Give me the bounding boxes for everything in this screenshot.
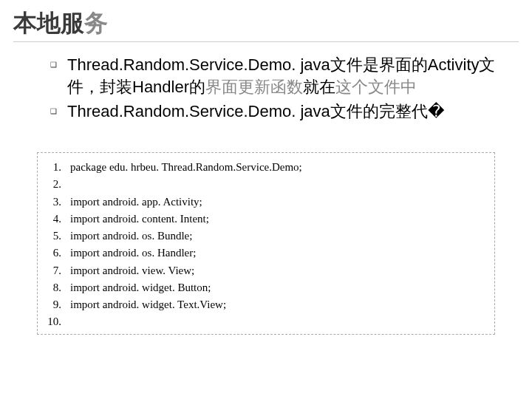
- code-text: import android. widget. Text.View;: [70, 296, 226, 313]
- code-line: 3.import android. app. Activity;: [45, 194, 487, 211]
- title-gray: 务: [84, 10, 108, 36]
- code-line: 10.: [45, 313, 487, 330]
- line-number: 3.: [45, 194, 61, 211]
- line-number: 7.: [45, 262, 61, 279]
- line-number: 1.: [45, 159, 61, 176]
- code-text: import android. view. View;: [70, 262, 194, 279]
- code-text: import android. os. Handler;: [70, 245, 196, 262]
- bullet-item: ❑Thread.Random.Service.Demo. java文件的完整代�: [50, 100, 519, 123]
- code-text: import android. os. Bundle;: [70, 228, 192, 245]
- line-number: 10.: [45, 313, 61, 330]
- code-line: 9.import android. widget. Text.View;: [45, 296, 487, 313]
- line-number: 2.: [45, 176, 61, 193]
- bullet-marker: ❑: [50, 107, 57, 115]
- code-line: 5.import android. os. Bundle;: [45, 228, 487, 245]
- code-box: 1.package edu. hrbeu. Thread.Random.Serv…: [37, 152, 495, 335]
- page-title: 本地服务: [13, 7, 519, 42]
- code-line: 7.import android. view. View;: [45, 262, 487, 279]
- line-number: 5.: [45, 228, 61, 245]
- line-number: 6.: [45, 245, 61, 262]
- bullet-text: Thread.Random.Service.Demo. java文件的完整代�: [67, 100, 445, 123]
- code-line: 6.import android. os. Handler;: [45, 245, 487, 262]
- line-number: 4.: [45, 211, 61, 228]
- code-text: import android. content. Intent;: [70, 211, 209, 228]
- line-number: 8.: [45, 279, 61, 296]
- code-text: import android. widget. Button;: [70, 279, 211, 296]
- bullet-list: ❑Thread.Random.Service.Demo. java文件是界面的A…: [13, 54, 519, 123]
- code-text: import android. app. Activity;: [70, 194, 202, 211]
- code-line: 8.import android. widget. Button;: [45, 279, 487, 296]
- code-line: 1.package edu. hrbeu. Thread.Random.Serv…: [45, 159, 487, 176]
- code-line: 4.import android. content. Intent;: [45, 211, 487, 228]
- bullet-text: Thread.Random.Service.Demo. java文件是界面的Ac…: [67, 54, 519, 98]
- code-text: package edu. hrbeu. Thread.Random.Servic…: [70, 159, 302, 176]
- code-line: 2.: [45, 176, 487, 193]
- bullet-marker: ❑: [50, 61, 57, 69]
- title-pre: 本地服: [13, 10, 84, 36]
- line-number: 9.: [45, 296, 61, 313]
- bullet-item: ❑Thread.Random.Service.Demo. java文件是界面的A…: [50, 54, 519, 98]
